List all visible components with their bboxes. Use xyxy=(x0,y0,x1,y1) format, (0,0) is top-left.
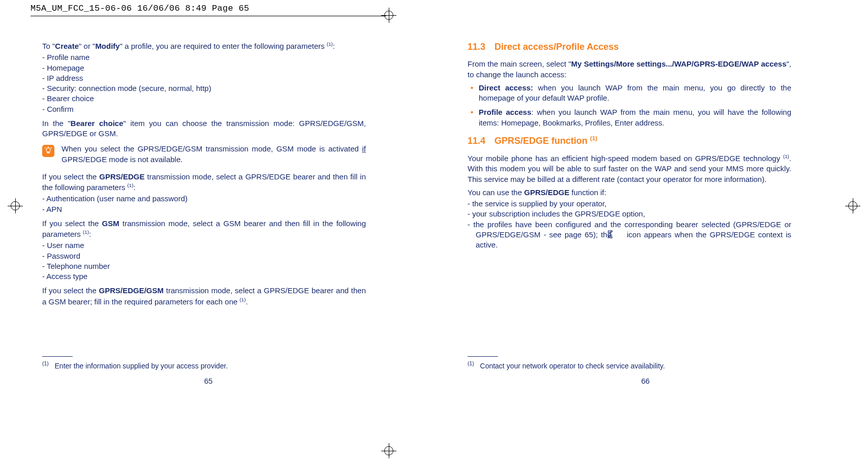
note-row: When you select the GPRS/EDGE/GSM transm… xyxy=(42,144,366,165)
page-left: To "Create" or "Modify" a profile, you a… xyxy=(0,41,396,396)
registration-mark-bottom xyxy=(381,443,396,458)
left-list2: Authentication (user name and password) … xyxy=(42,194,366,214)
footnote-rule xyxy=(42,356,73,357)
left-p5: If you select the GPRS/EDGE/GSM transmis… xyxy=(42,286,366,307)
right-p2: Your mobile phone has an efficient high-… xyxy=(468,153,791,184)
list-item: Direct access: when you launch WAP from … xyxy=(468,83,791,104)
list-item: Confirm xyxy=(42,104,366,114)
note-text: When you select the GPRS/EDGE/GSM transm… xyxy=(61,144,366,165)
left-list3: User name Password Telephone number Acce… xyxy=(42,240,366,282)
list-item: Homepage xyxy=(42,63,366,73)
right-list1: the service is supplied by your operator… xyxy=(468,199,791,250)
right-p3: You can use the GPRS/EDGE function if: xyxy=(468,188,791,198)
list-item: Profile name xyxy=(42,52,366,63)
registration-mark-top xyxy=(381,8,396,23)
svg-point-0 xyxy=(46,148,50,152)
page-number-left: 65 xyxy=(0,376,407,386)
left-p3: If you select the GPRS/EDGE transmission… xyxy=(42,172,366,193)
left-list1: Profile name Homepage IP address Securit… xyxy=(42,52,366,114)
page-spread: To "Create" or "Modify" a profile, you a… xyxy=(0,41,868,396)
left-p1: To "Create" or "Modify" a profile, you a… xyxy=(42,41,366,51)
list-item: IP address xyxy=(42,73,366,83)
list-item: Password xyxy=(42,251,366,261)
footnote-rule xyxy=(468,356,498,357)
list-item: the profiles have been configured and th… xyxy=(468,220,791,251)
list-item: the service is supplied by your operator… xyxy=(468,199,791,209)
list-item: Telephone number xyxy=(42,261,366,271)
gprs-icon xyxy=(614,230,624,238)
right-bullets: Direct access: when you launch WAP from … xyxy=(468,83,791,128)
left-p2: In the "Bearer choice" item you can choo… xyxy=(42,118,366,139)
page-right: 11.3Direct access/Profile Access From th… xyxy=(437,41,833,396)
section-heading-11-3: 11.3Direct access/Profile Access xyxy=(468,41,791,53)
list-item: APN xyxy=(42,204,366,214)
right-footnote: (1) Contact your network operator to che… xyxy=(468,356,788,371)
list-item: your subscription includes the GPRS/EDGE… xyxy=(468,209,791,219)
section-heading-11-4: 11.4GPRS/EDGE function (1) xyxy=(468,134,791,147)
left-p4: If you select the GSM transmission mode,… xyxy=(42,219,366,240)
list-item: Bearer choice xyxy=(42,94,366,104)
page-number-right: 66 xyxy=(447,376,854,386)
list-item: Access type xyxy=(42,271,366,282)
list-item: Profile access: when you launch WAP from… xyxy=(468,107,791,128)
tip-icon xyxy=(42,145,54,157)
left-footnote: (1) Enter the information supplied by yo… xyxy=(42,356,362,371)
page-numbers: 65 66 xyxy=(0,376,868,386)
list-item: User name xyxy=(42,240,366,251)
right-p1: From the main screen, select "My Setting… xyxy=(468,59,791,80)
print-slug: M5A_UM_FCC_15-06-06 16/06/06 8:49 Page 6… xyxy=(30,2,386,16)
list-item: Authentication (user name and password) xyxy=(42,194,366,204)
list-item: Security: connection mode (secure, norma… xyxy=(42,83,366,94)
